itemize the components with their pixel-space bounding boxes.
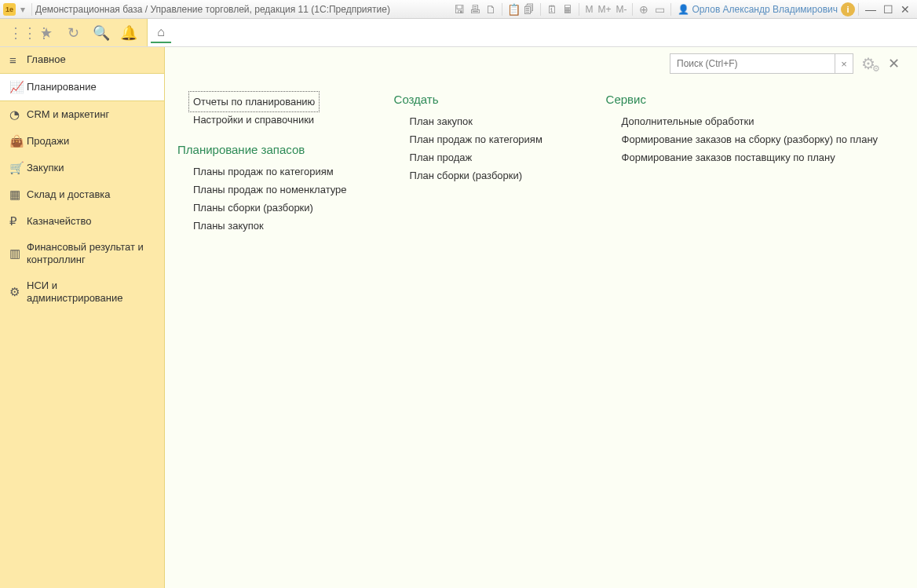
sidebar-item-planning[interactable]: 📈 Планирование: [0, 73, 164, 101]
chart-growth-icon: 📈: [9, 80, 27, 94]
sidebar-item-label: Склад и доставка: [27, 188, 155, 201]
sidebar-item-purchases[interactable]: 🛒 Закупки: [0, 155, 164, 181]
settings-gear-icon[interactable]: ⚙⚙: [858, 54, 879, 73]
search-input[interactable]: [670, 53, 835, 74]
link-additional-processing[interactable]: Дополнительные обработки: [606, 112, 879, 130]
compare-icon[interactable]: 🗐: [521, 2, 537, 17]
memory-m[interactable]: M: [583, 4, 595, 15]
cart-icon: 🛒: [9, 161, 27, 175]
user-name: Орлов Александр Владимирович: [692, 4, 838, 15]
link-create-purchase-plan[interactable]: План закупок: [394, 112, 559, 130]
sidebar-item-label: Планирование: [27, 81, 155, 93]
titlebar: 1e ▾ Демонстрационная база / Управление …: [0, 0, 917, 19]
window-minimize-icon[interactable]: —: [862, 3, 879, 16]
user-icon: 👤: [678, 4, 689, 15]
separator: [670, 3, 671, 16]
sidebar-item-nsi[interactable]: ⚙ НСИ и администрирование: [0, 273, 164, 312]
apps-grid-icon[interactable]: ⋮⋮⋮: [9, 24, 29, 42]
separator: [31, 3, 32, 16]
gear-icon: ⚙: [9, 285, 27, 299]
body: ≡ Главное 📈 Планирование ◔ CRM и маркети…: [0, 47, 917, 588]
link-form-assembly-orders[interactable]: Формирование заказов на сборку (разборку…: [606, 130, 879, 148]
bag-icon: 👜: [9, 134, 27, 148]
home-tab-icon[interactable]: ⌂: [151, 23, 171, 43]
notifications-bell-icon[interactable]: 🔔: [119, 24, 139, 42]
link-reports-planning[interactable]: Отчеты по планированию: [190, 93, 318, 111]
boxes-icon: ▦: [9, 188, 27, 202]
sidebar-item-crm[interactable]: ◔ CRM и маркетинг: [0, 101, 164, 128]
link-sales-plans-nomenclature[interactable]: Планы продаж по номенклатуре: [177, 181, 347, 199]
sidebar-item-label: НСИ и администрирование: [27, 279, 155, 305]
sidebar-item-label: Главное: [27, 53, 155, 66]
search-wrap: ×: [670, 53, 853, 74]
column-1: Отчеты по планированию Настройки и справ…: [177, 93, 347, 235]
separator: [540, 3, 541, 16]
sidebar-item-label: Казначейство: [27, 215, 155, 228]
link-form-supplier-orders[interactable]: Формирование заказов поставщику по плану: [606, 148, 879, 166]
separator: [858, 3, 859, 16]
calculator-icon[interactable]: 🖩: [560, 2, 575, 17]
toolbar: ⋮⋮⋮ ★ ↻ 🔍 🔔 ⌂: [0, 19, 917, 47]
preview-icon[interactable]: 🗋: [483, 2, 499, 17]
current-user[interactable]: 👤 Орлов Александр Владимирович: [674, 4, 841, 15]
column-3: Сервис Дополнительные обработки Формиров…: [606, 93, 879, 235]
sidebar-item-label: CRM и маркетинг: [27, 108, 155, 121]
link-settings-directories[interactable]: Настройки и справочники: [177, 111, 347, 129]
bars-icon: ▥: [9, 247, 27, 261]
sidebar: ≡ Главное 📈 Планирование ◔ CRM и маркети…: [0, 47, 165, 588]
search-clear-button[interactable]: ×: [835, 53, 853, 74]
sidebar-item-sales[interactable]: 👜 Продажи: [0, 128, 164, 155]
link-create-assembly-plan[interactable]: План сборки (разборки): [394, 166, 559, 184]
separator: [579, 3, 579, 16]
memory-m-plus[interactable]: M+: [595, 4, 613, 15]
content-panel: × ⚙⚙ ✕ Отчеты по планированию Настройки …: [165, 47, 917, 588]
link-assembly-plans[interactable]: Планы сборки (разборки): [177, 199, 347, 217]
link-purchase-plans[interactable]: Планы закупок: [177, 217, 347, 235]
window-maximize-icon[interactable]: ☐: [879, 3, 897, 16]
info-badge[interactable]: i: [841, 2, 855, 16]
zoom-icon[interactable]: ⊕: [636, 2, 652, 17]
section-title-service: Сервис: [606, 93, 879, 106]
sidebar-item-warehouse[interactable]: ▦ Склад и доставка: [0, 181, 164, 208]
calendar-icon[interactable]: 🗓: [544, 2, 560, 17]
sidebar-item-label: Финансовый результат и контроллинг: [27, 241, 155, 267]
pie-icon: ◔: [9, 108, 27, 122]
section-title-create: Создать: [394, 93, 559, 106]
save-icon[interactable]: 🖫: [451, 2, 467, 17]
memory-m-minus[interactable]: M-: [613, 4, 629, 15]
content-top-controls: × ⚙⚙ ✕: [670, 53, 904, 74]
sidebar-item-label: Закупки: [27, 162, 155, 174]
sidebar-item-treasury[interactable]: ₽ Казначейство: [0, 208, 164, 235]
menu-icon: ≡: [9, 53, 27, 67]
app-logo: 1e: [3, 3, 16, 16]
columns: Отчеты по планированию Настройки и справ…: [177, 93, 904, 235]
sidebar-item-main[interactable]: ≡ Главное: [0, 47, 164, 73]
app-menu-dropdown-icon[interactable]: ▾: [17, 4, 28, 15]
section-title-inventory-planning: Планирование запасов: [177, 143, 347, 156]
panel-icon[interactable]: ▭: [652, 2, 667, 17]
link-create-sales-plan-categories[interactable]: План продаж по категориям: [394, 130, 559, 148]
ruble-icon: ₽: [9, 214, 27, 228]
sidebar-item-finance[interactable]: ▥ Финансовый результат и контроллинг: [0, 235, 164, 273]
favorites-star-icon[interactable]: ★: [36, 24, 57, 42]
history-icon[interactable]: ↻: [64, 24, 84, 42]
close-panel-icon[interactable]: ✕: [883, 55, 904, 72]
small-gear-icon: ⚙: [872, 64, 880, 74]
link-sales-plans-categories[interactable]: Планы продаж по категориям: [177, 163, 347, 181]
copy-icon[interactable]: 📋: [506, 2, 521, 17]
separator: [632, 3, 633, 16]
link-create-sales-plan[interactable]: План продаж: [394, 148, 559, 166]
column-2: Создать План закупок План продаж по кате…: [394, 93, 559, 235]
separator: [502, 3, 502, 16]
search-icon[interactable]: 🔍: [91, 24, 111, 42]
window-close-icon[interactable]: ✕: [897, 3, 914, 16]
window-title: Демонстрационная база / Управление торго…: [35, 4, 390, 15]
print-icon[interactable]: 🖶: [467, 2, 483, 17]
sidebar-item-label: Продажи: [27, 135, 155, 148]
toolbar-left: ⋮⋮⋮ ★ ↻ 🔍 🔔: [0, 19, 148, 46]
toolbar-right: ⌂: [148, 19, 917, 46]
